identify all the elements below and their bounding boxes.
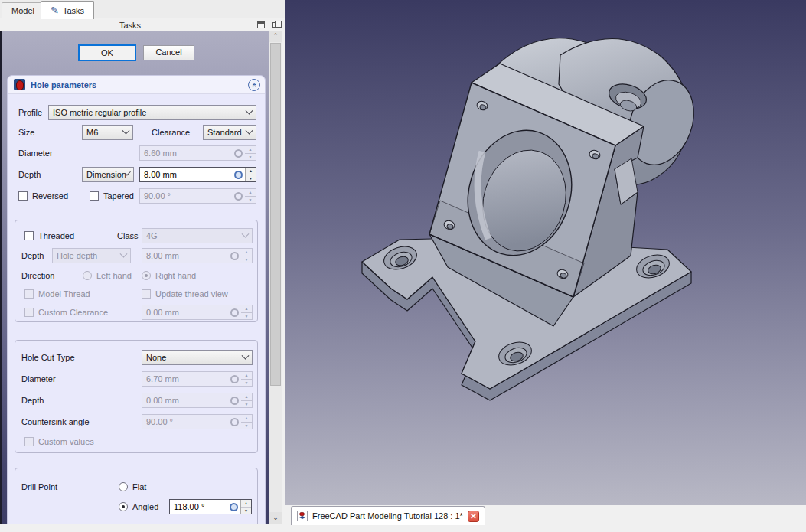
right-hand-label: Right hand	[155, 271, 196, 280]
custom-clearance-checkbox[interactable]	[24, 308, 34, 317]
threaded-label: Threaded	[38, 231, 74, 240]
hole-cut-group: Hole Cut Type None Diameter 6.70 mm ▲▼	[15, 340, 258, 453]
spinner-buttons: ▲▼	[241, 393, 252, 407]
section-title: Hole parameters	[31, 80, 96, 90]
reversed-checkbox[interactable]	[18, 191, 28, 201]
model-thread-label: Model Thread	[38, 289, 90, 299]
hole-feature-icon	[14, 79, 25, 90]
cancel-button[interactable]: Cancel	[143, 45, 194, 60]
drill-angle-spinbox[interactable]: 118.00 ° ▲▼	[169, 499, 252, 514]
reversed-label: Reversed	[32, 191, 68, 201]
update-thread-view-label: Update thread view	[155, 289, 228, 299]
fx-expression-icon	[234, 192, 243, 201]
document-tab[interactable]: FreeCAD Part Modeling Tutorial 128 : 1* …	[291, 506, 485, 525]
diameter-spinbox[interactable]: 6.60 mm ▲▼	[139, 145, 256, 161]
tab-tasks[interactable]: ✎ Tasks	[41, 1, 94, 19]
thread-depth-spinbox[interactable]: 8.00 mm ▲▼	[142, 248, 253, 263]
clearance-combobox[interactable]: Standard	[203, 125, 256, 140]
size-combobox[interactable]: M6	[82, 125, 133, 140]
spinner-buttons[interactable]: ▲▼	[240, 500, 251, 514]
chevron-down-icon	[246, 106, 253, 114]
depth-mode-combobox[interactable]: Dimension	[82, 167, 134, 182]
taper-angle-spinbox[interactable]: 90.00 ° ▲▼	[139, 188, 256, 204]
freecad-logo-icon	[297, 511, 308, 521]
chevron-down-icon	[242, 351, 250, 359]
spinner-buttons: ▲▼	[241, 372, 252, 386]
depth-label: Depth	[18, 170, 41, 179]
flat-radio[interactable]	[119, 482, 128, 491]
spinner-buttons: ▲▼	[241, 305, 252, 319]
dock-undock-icon[interactable]	[272, 22, 278, 28]
angled-radio[interactable]	[119, 502, 128, 511]
spinner-buttons[interactable]: ▲▼	[245, 146, 256, 160]
spinner-buttons: ▲▼	[241, 249, 252, 263]
fx-expression-icon	[230, 397, 239, 405]
right-hand-radio[interactable]	[142, 271, 151, 280]
part-render	[285, 0, 806, 505]
hole-cut-type-label: Hole Cut Type	[21, 353, 75, 362]
fx-expression-icon	[230, 252, 239, 260]
update-thread-view-checkbox[interactable]	[142, 289, 151, 299]
custom-clearance-label: Custom Clearance	[38, 308, 108, 317]
tasks-dock-titlebar: Tasks	[0, 19, 285, 31]
cut-diameter-label: Diameter	[21, 374, 56, 383]
scrollbar-thumb[interactable]	[270, 43, 281, 386]
combo-view-tabbar: Model ✎ Tasks	[0, 0, 285, 18]
chevron-down-icon	[242, 230, 250, 237]
model-thread-checkbox[interactable]	[24, 289, 34, 299]
thread-depth-mode-combobox[interactable]: Hole depth	[52, 248, 131, 263]
cut-diameter-spinbox[interactable]: 6.70 mm ▲▼	[142, 371, 253, 387]
collapse-section-button[interactable]: «	[248, 79, 260, 91]
left-hand-radio[interactable]	[83, 271, 92, 280]
hole-parameters-header[interactable]: Hole parameters «	[8, 76, 265, 94]
drill-point-group: Drill Point Flat Angled 118.00 ° ▲▼	[15, 468, 258, 524]
3d-viewport[interactable]	[285, 0, 806, 505]
scroll-down-icon[interactable]: ⌄	[269, 512, 282, 524]
fx-expression-icon	[230, 375, 239, 383]
spinner-buttons: ▲▼	[245, 189, 256, 203]
dock-float-icon[interactable]	[257, 21, 265, 28]
tab-model[interactable]: Model	[2, 2, 44, 18]
ok-button[interactable]: OK	[78, 44, 136, 61]
drill-point-label: Drill Point	[21, 482, 57, 491]
fx-expression-icon[interactable]	[234, 171, 243, 179]
thread-class-combobox[interactable]: 4G	[142, 228, 253, 243]
spinner-buttons[interactable]: ▲▼	[245, 168, 256, 181]
depth-spinbox[interactable]: 8.00 mm ▲▼	[139, 167, 256, 182]
tapered-checkbox[interactable]	[90, 191, 99, 201]
thread-group: Threaded Class 4G Depth Hole depth	[15, 220, 258, 322]
fx-expression-icon	[230, 418, 239, 426]
panel-scrollbar[interactable]: ⌃ ⌄	[269, 31, 282, 524]
angled-label: Angled	[132, 502, 158, 511]
fx-expression-icon[interactable]	[230, 503, 238, 511]
custom-clearance-spinbox[interactable]: 0.00 mm ▲▼	[142, 305, 253, 320]
direction-label: Direction	[21, 271, 54, 280]
hole-cut-type-combobox[interactable]: None	[142, 350, 253, 365]
countersink-angle-spinbox[interactable]: 90.00 ° ▲▼	[142, 414, 253, 429]
dock-title: Tasks	[0, 21, 260, 30]
document-tab-label: FreeCAD Part Modeling Tutorial 128 : 1*	[312, 511, 463, 521]
custom-values-label: Custom values	[38, 437, 94, 446]
cut-depth-spinbox[interactable]: 0.00 mm ▲▼	[142, 393, 253, 408]
cut-depth-label: Depth	[21, 396, 44, 405]
size-label: Size	[18, 128, 34, 137]
custom-values-checkbox[interactable]	[24, 437, 34, 446]
hole-parameters-box: Hole parameters « Profile ISO metric reg…	[7, 75, 266, 524]
tasks-panel: OK Cancel Hole parameters « Profile ISO …	[0, 31, 269, 524]
spinner-buttons: ▲▼	[241, 415, 252, 429]
chevron-down-icon	[246, 126, 253, 134]
profile-combobox[interactable]: ISO metric regular profile	[48, 105, 256, 120]
close-icon[interactable]: ✕	[468, 511, 479, 522]
thread-depth-label: Depth	[21, 251, 44, 260]
threaded-checkbox[interactable]	[24, 231, 34, 240]
tab-tasks-label: Tasks	[63, 6, 84, 15]
left-dock-area: Model ✎ Tasks Tasks OK Cancel Hole par	[0, 0, 285, 532]
countersink-angle-label: Countersink angle	[21, 417, 90, 426]
chevron-down-icon	[120, 250, 128, 257]
class-label: Class	[117, 231, 139, 240]
fx-expression-icon[interactable]	[234, 149, 243, 158]
scroll-up-icon[interactable]: ⌃	[269, 31, 282, 42]
diameter-label: Diameter	[18, 149, 53, 158]
profile-label: Profile	[18, 108, 42, 117]
freecad-window: Model ✎ Tasks Tasks OK Cancel Hole par	[0, 0, 806, 532]
